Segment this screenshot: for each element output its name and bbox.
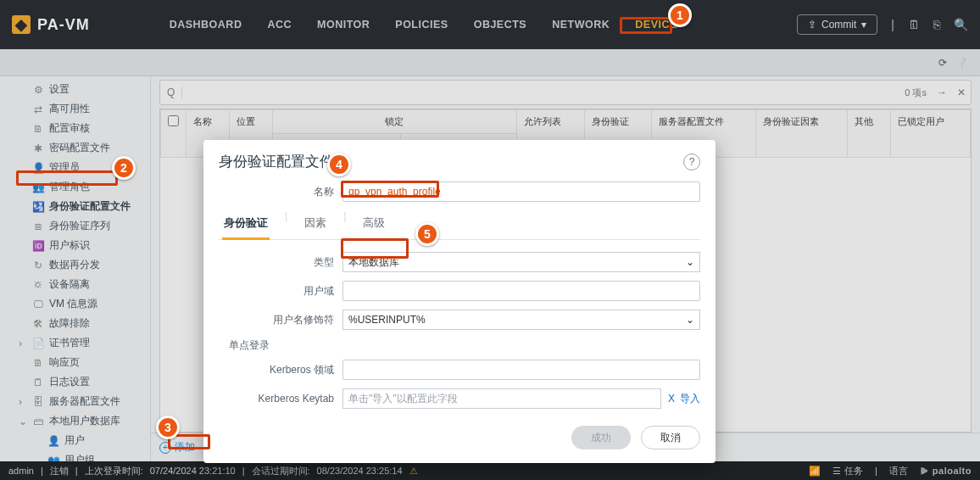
net-icon[interactable]: 📶 (809, 466, 821, 477)
import-link[interactable]: X导入 (668, 392, 700, 406)
search-bar: Q 0 项s → ✕ (159, 80, 972, 105)
sidebar-item-17[interactable]: ⌄🗃本地用户数据库 (0, 411, 150, 431)
tab-auth[interactable]: 身份验证 (222, 210, 270, 240)
nav-policies[interactable]: POLICIES (392, 14, 451, 36)
sidebar-item-18[interactable]: 👤用户 (0, 431, 150, 450)
side-icon: ⚙ (32, 84, 44, 96)
sidebar-item-label: 用户组 (64, 453, 95, 461)
tasks-link[interactable]: ☰任务 (832, 465, 863, 477)
next-icon[interactable]: → (932, 87, 952, 98)
sidebar-item-label: 证书管理 (49, 336, 90, 350)
sidebar-item-13[interactable]: ›📄证书管理 (0, 333, 150, 353)
sidebar-item-8[interactable]: 🆔用户标识 (0, 236, 150, 255)
name-input[interactable] (342, 181, 700, 202)
search-icon[interactable]: 🔍 (954, 18, 968, 31)
tab-advanced[interactable]: 高级 (361, 210, 387, 239)
chevron-down-icon: ⌄ (686, 314, 694, 326)
session-value: 08/23/2024 23:25:14 (317, 466, 403, 476)
col-other[interactable]: 其他 (848, 110, 891, 158)
add-label: 添加 (175, 440, 195, 455)
modifier-select[interactable]: %USERINPUT%⌄ (342, 310, 700, 330)
sidebar-item-label: 用户 (64, 433, 85, 448)
side-icon: 🗄 (32, 396, 44, 408)
krb-realm-input[interactable] (342, 360, 700, 380)
export-icon[interactable]: ⎘ (933, 18, 940, 31)
sidebar-item-3[interactable]: ✱密码配置文件 (0, 138, 150, 158)
side-icon: ≣ (32, 220, 44, 232)
col-locked[interactable]: 已锁定用户 (891, 110, 971, 158)
chevron-down-icon: ▾ (861, 19, 866, 31)
brand-text: PA-VM (37, 16, 90, 34)
download-icon[interactable]: 🗓 (908, 18, 920, 31)
col-factor[interactable]: 身份验证因素 (755, 110, 847, 158)
nav-dashboard[interactable]: DASHBOARD (166, 14, 246, 36)
last-login-label: 上次登录时间: (85, 465, 143, 477)
close-icon[interactable]: ✕ (952, 87, 971, 98)
caret-icon: › (19, 396, 27, 408)
badge-1: 1 (668, 3, 692, 27)
dialog-help-icon[interactable]: ? (683, 153, 700, 170)
krb-keytab-label: Kerberos Keytab (219, 393, 342, 405)
side-icon: 📄 (32, 338, 44, 349)
logout-link[interactable]: 注销 (50, 465, 69, 477)
commit-button[interactable]: ⇪ Commit ▾ (797, 14, 877, 35)
side-icon: 🗎 (32, 357, 44, 369)
sidebar-item-7[interactable]: ≣身份验证序列 (0, 216, 150, 236)
last-login-value: 07/24/2024 23:21:10 (150, 466, 236, 476)
warn-icon: ⚠ (409, 466, 418, 477)
help-icon[interactable]: ❔ (955, 57, 968, 69)
badge-2: 2 (112, 156, 136, 180)
sidebar[interactable]: ⚙设置⇄高可用性🗎配置审核✱密码配置文件👤管理员👥管理角色🛂身份验证配置文件≣身… (0, 76, 151, 461)
sidebar-item-2[interactable]: 🗎配置审核 (0, 119, 150, 138)
side-icon: 🗎 (32, 123, 44, 135)
import-label: 导入 (680, 392, 700, 406)
session-label: 会话过期时间: (252, 465, 310, 477)
sidebar-item-14[interactable]: 🗎响应页 (0, 353, 150, 372)
type-select[interactable]: 本地数据库⌄ (342, 252, 700, 272)
krb-keytab-field[interactable]: 单击"导入"以配置此字段 (342, 388, 661, 409)
sidebar-item-5[interactable]: 👥管理角色 (0, 177, 150, 197)
nav-network[interactable]: NETWORK (548, 14, 613, 36)
nav-acc[interactable]: ACC (264, 14, 295, 36)
refresh-icon[interactable]: ⟳ (938, 57, 947, 69)
lang-link[interactable]: 语言 (889, 465, 908, 477)
x-icon: X (668, 393, 675, 405)
sidebar-item-label: 设备隔离 (49, 277, 90, 292)
sidebar-item-label: 服务器配置文件 (49, 394, 120, 409)
nav-monitor[interactable]: MONITOR (314, 14, 373, 36)
side-icon: 👥 (32, 181, 44, 193)
krb-realm-label: Kerberos 领域 (219, 363, 342, 377)
side-icon: ⇄ (32, 103, 44, 115)
search-input[interactable] (182, 87, 899, 98)
sidebar-item-12[interactable]: 🛠故障排除 (0, 314, 150, 333)
sidebar-item-10[interactable]: ⛭设备隔离 (0, 275, 150, 294)
sidebar-item-9[interactable]: ↻数据再分发 (0, 255, 150, 275)
sidebar-item-label: 身份验证序列 (49, 219, 110, 233)
cancel-button[interactable]: 取消 (641, 426, 700, 449)
dialog-title: 身份验证配置文件 (219, 152, 334, 171)
sidebar-item-16[interactable]: ›🗄服务器配置文件 (0, 392, 150, 411)
nav-links: DASHBOARD ACC MONITOR POLICIES OBJECTS N… (166, 14, 681, 36)
nav-right: ⇪ Commit ▾ | 🗓 ⎘ 🔍 (797, 14, 968, 35)
sidebar-item-15[interactable]: 🗒日志设置 (0, 372, 150, 392)
search-icon[interactable]: Q (160, 87, 182, 98)
sidebar-item-19[interactable]: 👥用户组 (0, 450, 150, 461)
domain-input[interactable] (342, 281, 700, 301)
select-all-checkbox[interactable] (168, 115, 179, 126)
divider: | (891, 18, 894, 31)
status-user: admin (8, 466, 34, 476)
sidebar-item-1[interactable]: ⇄高可用性 (0, 99, 150, 119)
sidebar-item-6[interactable]: 🛂身份验证配置文件 (0, 197, 150, 216)
tab-factor[interactable]: 因素 (303, 210, 328, 239)
sidebar-item-label: 数据再分发 (49, 258, 100, 272)
sidebar-item-label: 高可用性 (49, 102, 90, 116)
ok-button[interactable]: 成功 (571, 426, 631, 449)
sidebar-item-11[interactable]: 🖵VM 信息源 (0, 294, 150, 314)
sso-section-label: 单点登录 (229, 338, 700, 353)
chevron-down-icon: ⌄ (686, 256, 694, 268)
add-button[interactable]: +添加 (159, 440, 195, 455)
nav-objects[interactable]: OBJECTS (471, 14, 531, 36)
side-icon: 👤 (47, 435, 59, 447)
sidebar-item-0[interactable]: ⚙设置 (0, 80, 150, 99)
sidebar-item-label: 管理角色 (49, 180, 90, 194)
